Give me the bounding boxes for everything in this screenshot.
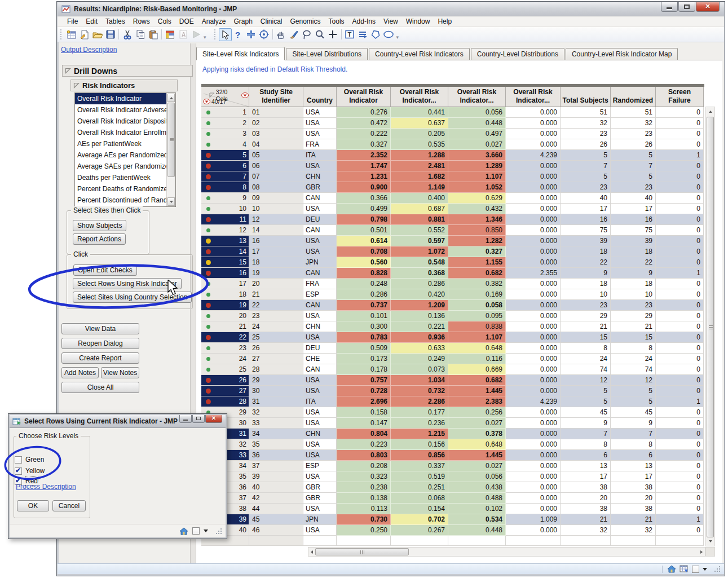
cell-screen-failure[interactable]: 0: [656, 461, 704, 471]
cell-risk-4[interactable]: 2.355: [506, 268, 561, 279]
cell-site[interactable]: 21: [249, 289, 303, 300]
cell-country[interactable]: DEU: [303, 343, 337, 354]
cell-randomized[interactable]: 8: [611, 439, 656, 450]
cut-icon[interactable]: [121, 28, 134, 41]
cancel-button[interactable]: Cancel: [52, 500, 86, 511]
row-header[interactable]: 16: [201, 268, 249, 279]
cell-risk-1[interactable]: 0.173: [337, 354, 391, 364]
cell-risk-3[interactable]: 0.850: [448, 225, 506, 236]
cell-screen-failure[interactable]: 0: [656, 204, 704, 214]
cell-risk-2[interactable]: 0.156: [391, 439, 448, 450]
cell-risk-3[interactable]: 0.169: [448, 289, 506, 300]
cell-total-subjects[interactable]: 17: [561, 471, 611, 482]
cell-randomized[interactable]: 5: [611, 396, 656, 407]
cell-screen-failure[interactable]: 0: [656, 343, 704, 354]
cell-risk-1[interactable]: 0.286: [337, 289, 391, 300]
cell-risk-1[interactable]: 0.804: [337, 429, 391, 439]
grabber-hand-tool-icon[interactable]: [275, 28, 288, 41]
cell-risk-1[interactable]: 0.323: [337, 471, 391, 482]
cell-screen-failure[interactable]: 0: [656, 364, 704, 375]
yellow-checkbox[interactable]: ✔: [15, 467, 22, 475]
cell-risk-3[interactable]: 1.107: [448, 332, 506, 343]
row-header[interactable]: 13: [201, 236, 249, 246]
output-description-link[interactable]: Output Description: [61, 46, 117, 54]
table-row[interactable]: 202USA0.4720.6370.4480.00032320: [201, 118, 704, 129]
cell-site[interactable]: 07: [249, 171, 303, 182]
cell-screen-failure[interactable]: 1: [656, 150, 704, 161]
risk-indicators-outline-header[interactable]: Risk Indicators: [70, 80, 178, 91]
cell-risk-3[interactable]: 1.346: [448, 214, 506, 225]
cell-risk-4[interactable]: 0.000: [506, 246, 561, 257]
list-item[interactable]: AEs per PatientWeek: [75, 138, 166, 149]
cell-risk-3[interactable]: 0.382: [448, 279, 506, 289]
cell-country[interactable]: JPN: [303, 514, 337, 525]
cell-risk-3[interactable]: 1.445: [448, 386, 506, 396]
cell-risk-3[interactable]: 0.682: [448, 375, 506, 386]
maximize-button[interactable]: [678, 2, 695, 12]
cell-total-subjects[interactable]: 12: [561, 375, 611, 386]
cell-risk-4[interactable]: 0.000: [506, 289, 561, 300]
cell-total-subjects[interactable]: 17: [561, 204, 611, 214]
cell-total-subjects[interactable]: 23: [561, 182, 611, 193]
cell-randomized[interactable]: 24: [611, 354, 656, 364]
cell-randomized[interactable]: 32: [611, 525, 656, 536]
cell-country[interactable]: JPN: [303, 257, 337, 268]
cell-country[interactable]: CAN: [303, 300, 337, 311]
menu-rows[interactable]: Rows: [129, 16, 154, 27]
cell-screen-failure[interactable]: 0: [656, 471, 704, 482]
cell-risk-2[interactable]: 0.687: [391, 204, 448, 214]
list-scrollbar-thumb[interactable]: [167, 103, 175, 177]
lasso-tool-icon[interactable]: [301, 28, 314, 41]
drill-downs-outline-header[interactable]: Drill Downs: [62, 65, 193, 77]
list-item[interactable]: Overall Risk Indicator Dispositi: [75, 116, 166, 127]
table-row[interactable]: 3437ESP0.2080.3370.0270.00013130: [201, 461, 704, 471]
row-header[interactable]: 27: [201, 386, 249, 396]
row-header[interactable]: 1: [201, 107, 249, 118]
cell-screen-failure[interactable]: 0: [656, 375, 704, 386]
cell-randomized[interactable]: 18: [611, 279, 656, 289]
cell-randomized[interactable]: 21: [611, 514, 656, 525]
cell-country[interactable]: CHN: [303, 321, 337, 332]
cell-country[interactable]: GBR: [303, 182, 337, 193]
cell-risk-4[interactable]: 0.000: [506, 471, 561, 482]
cell-risk-1[interactable]: 0.900: [337, 182, 391, 193]
table-vertical-scrollbar[interactable]: [705, 107, 715, 546]
cell-risk-2[interactable]: 1.288: [391, 150, 448, 161]
cell-country[interactable]: USA: [303, 204, 337, 214]
cell-risk-1[interactable]: 1.231: [337, 171, 391, 182]
table-row[interactable]: 3235USA0.2230.1560.6480.000880: [201, 439, 704, 450]
grid-corner-cell[interactable]: 32/0 Cols 40/17: [201, 87, 249, 107]
cell-risk-3[interactable]: 0.682: [448, 268, 506, 279]
green-checkbox[interactable]: ✔: [15, 456, 22, 464]
process-description-link[interactable]: Process Description: [16, 483, 76, 491]
cell-risk-3[interactable]: 1.052: [448, 182, 506, 193]
cell-risk-2[interactable]: 0.073: [391, 364, 448, 375]
cell-risk-1[interactable]: 0.509: [337, 343, 391, 354]
cell-site[interactable]: 39: [249, 471, 303, 482]
cell-risk-3[interactable]: 0.629: [448, 193, 506, 204]
cell-country[interactable]: USA: [303, 407, 337, 418]
cell-total-subjects[interactable]: 15: [561, 332, 611, 343]
create-report-button[interactable]: Create Report: [61, 352, 139, 364]
table-row[interactable]: 2629USA0.7571.0340.6820.00012120: [201, 375, 704, 386]
new-script-icon[interactable]: [78, 28, 91, 41]
cell-total-subjects[interactable]: 23: [561, 300, 611, 311]
tab-site-level-distributions[interactable]: Site-Level Distributions: [286, 48, 368, 60]
cell-total-subjects[interactable]: 7: [561, 429, 611, 439]
row-header[interactable]: 20: [201, 311, 249, 321]
cell-risk-1[interactable]: 0.472: [337, 118, 391, 129]
cell-risk-4[interactable]: 0.000: [506, 171, 561, 182]
cell-country[interactable]: CAN: [303, 225, 337, 236]
cell-risk-4[interactable]: 0.000: [506, 450, 561, 461]
table-row[interactable]: 2225USA0.7830.9361.1070.00015150: [201, 332, 704, 343]
open-edit-checks-button[interactable]: Open Edit Checks: [73, 264, 137, 276]
rows-menu-icon[interactable]: [203, 99, 210, 104]
row-header[interactable]: 9: [201, 193, 249, 204]
cell-risk-3[interactable]: 0.432: [448, 204, 506, 214]
cell-risk-4[interactable]: 1.009: [506, 514, 561, 525]
table-row[interactable]: 101USA0.2760.4410.0560.00051510: [201, 107, 704, 118]
cell-risk-4[interactable]: 0.000: [506, 525, 561, 536]
cell-total-subjects[interactable]: 18: [561, 246, 611, 257]
select-rows-using-risk-indicator-button[interactable]: Select Rows Using Risk Indicator: [73, 278, 182, 289]
resize-grip[interactable]: [714, 566, 721, 572]
